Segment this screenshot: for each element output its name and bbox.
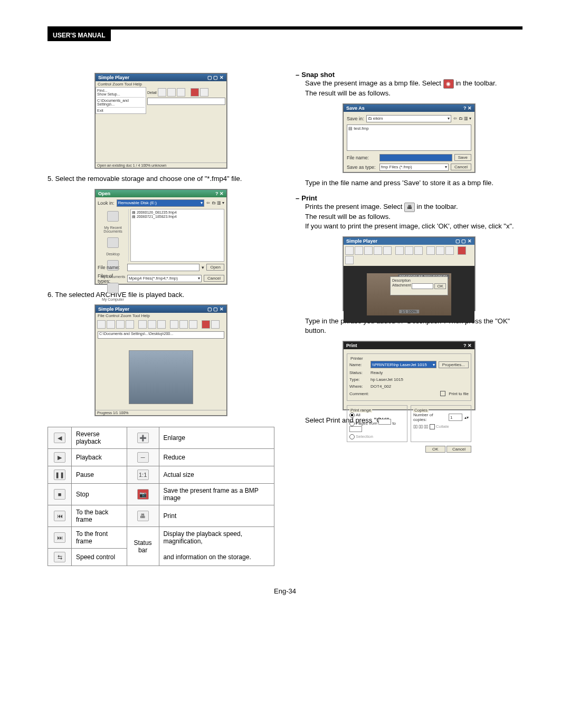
print-section-title: Print (301, 194, 317, 202)
print-text-2: in the toolbar. (417, 203, 458, 210)
screenshot-open-dialog: Open? ✕ Look in: Removable Disk (E:)▾ ⇦ … (94, 189, 227, 285)
page-number: Eng-34 (48, 587, 522, 595)
screenshot-save-as: Save As? ✕ Save in: 🗀 eikim▾ ⇦ 🗀 ▥ ▾ ▤ t… (343, 103, 476, 173)
print-text-3: The result will be as follows. (305, 212, 522, 222)
step-6: 6. The selected ARCHIVE file is played b… (48, 290, 274, 300)
save-bmp-label: Save the present frame as a BMP image (159, 484, 274, 505)
back-frame-icon: ⏮ (54, 511, 65, 521)
snapshot-text-2: in the toolbar. (455, 79, 497, 87)
playback-icon: ▶ (54, 452, 65, 463)
screenshot-playback: Simple Player▢ ▢ ✕ File Control Zoom Too… (94, 304, 227, 416)
playback-label: Playback (72, 449, 127, 466)
enlarge-label: Enlarge (159, 427, 274, 449)
print-text-4: If you want to print the present image, … (305, 222, 522, 231)
print-icon: 🖶 (137, 511, 149, 521)
reduce-icon: ─ (137, 452, 149, 463)
speed-control-label: Speed control (72, 549, 127, 566)
camera-icon: ◉ (443, 79, 454, 89)
printer-icon: 🖶 (404, 203, 415, 212)
actual-size-icon: 1:1 (137, 470, 149, 480)
snapshot-text-3: The result will be as follows. (305, 89, 522, 98)
pause-icon: ❚❚ (54, 470, 65, 480)
front-frame-label: To the front frame (72, 527, 127, 549)
actual-size-label: Actual size (159, 466, 274, 484)
enlarge-icon: ➕ (137, 433, 149, 443)
reverse-playback-icon: ◀ (54, 433, 65, 443)
print-label: Print (159, 505, 274, 527)
status-bar-desc-2: and information on the storage. (159, 549, 274, 566)
status-bar-desc-1: Display the playback speed, magnificatio… (159, 527, 274, 549)
step-5: 5. Select the removable storage and choo… (48, 174, 274, 184)
pause-label: Pause (72, 466, 127, 484)
left-column: Simple Player▢ ▢ ✕ Control Zoom Tool Hel… (48, 68, 274, 566)
print-text-1: Prints the present image. Select (305, 203, 404, 210)
screenshot-print-preview: Simple Player▢ ▢ ✕ 0804/03/01/55 0801/02… (343, 236, 476, 311)
reduce-label: Reduce (159, 449, 274, 466)
back-frame-label: To the back frame (72, 505, 127, 527)
playback-buttons-table: ◀ Reverse playback ➕ Enlarge ▶ Playback … (48, 427, 274, 566)
snapshot-text-1: Save the present image as a bmp file. Se… (305, 79, 443, 87)
stop-label: Stop (72, 484, 127, 505)
snapshot-title: Snap shot (301, 71, 335, 79)
right-column: –Snap shot Save the present image as a b… (296, 68, 522, 566)
stop-icon: ■ (54, 489, 65, 500)
status-bar-label: Status bar (127, 527, 159, 566)
speed-control-icon: ⇆ (54, 552, 65, 562)
screenshot-print-dialog: Print? ✕ Printer Name:\\PRINTER\hp Laser… (343, 341, 476, 410)
save-bmp-icon: 📷 (137, 489, 149, 500)
reverse-playback-label: Reverse playback (72, 427, 127, 449)
screenshot-player-open-menu: Simple Player▢ ▢ ✕ Control Zoom Tool Hel… (94, 73, 227, 169)
front-frame-icon: ⏭ (54, 532, 65, 543)
header-title: USER'S MANUAL (48, 30, 111, 41)
snapshot-after-text: Type in the file name and press 'Save' t… (305, 178, 522, 188)
